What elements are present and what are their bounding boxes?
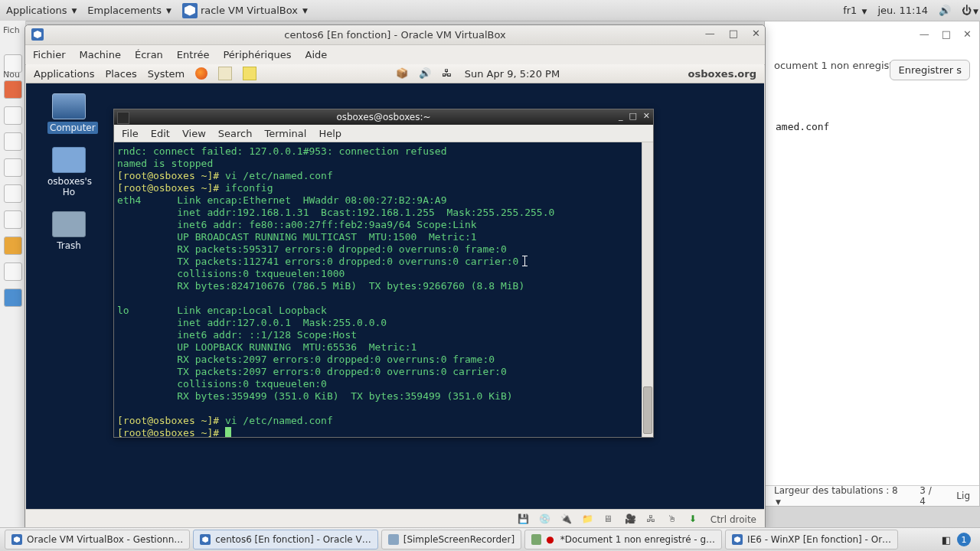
host-panel: Applications▼ Emplacements▼ racle VM Vir… [0, 0, 980, 21]
guest-top-panel: Applications Places System 📦 🔊 🖧 Sun Apr… [26, 64, 764, 83]
gedit-tabwidth[interactable]: Largeur des tabulations : 8 ▼ [774, 485, 903, 507]
term-menu-terminal[interactable]: Terminal [264, 128, 306, 139]
task-ie6-winxp[interactable]: IE6 - WinXP [En fonction] - Or… [725, 530, 898, 549]
shared-folder-icon[interactable]: 📁 [582, 514, 594, 526]
network-icon[interactable]: 🖧 [646, 514, 658, 526]
display-icon[interactable]: 🖥 [603, 514, 616, 526]
volume-icon[interactable]: 🔊 [939, 5, 951, 17]
gedit-nouveau-peek: Nou [3, 70, 20, 80]
firefox-icon[interactable] [195, 67, 207, 80]
terminal-titlebar[interactable]: osboxes@osboxes:~ _ □ ✕ [114, 109, 653, 125]
terminal-output[interactable]: rndc: connect failed: 127.0.0.1#953: con… [114, 142, 642, 437]
hostkey-label: Ctrl droite [710, 514, 756, 525]
update-icon[interactable]: 📦 [396, 67, 408, 80]
gedit-icon [531, 534, 541, 545]
network-icon[interactable]: 🖧 [442, 67, 454, 80]
host-menu-emplacements[interactable]: Emplacements▼ [87, 5, 172, 16]
vm-titlebar[interactable]: centos6 [En fonction] - Oracle VM Virtua… [25, 25, 765, 45]
virtualbox-icon [31, 28, 44, 41]
virtualbox-icon [732, 534, 743, 545]
minimize-icon[interactable]: — [705, 28, 715, 39]
guest-clock[interactable]: Sun Apr 9, 5:20 PM [465, 68, 560, 80]
mail-icon[interactable] [218, 67, 232, 80]
vm-statusbar: 💾 💿 🔌 📁 🖥 🎥 🖧 🖱 ⬇ Ctrl droite [26, 509, 764, 530]
gedit-menu-fichier-peek: Fich [3, 25, 20, 35]
task-gedit[interactable]: ●*Document 1 non enregistré - g… [524, 530, 722, 549]
term-menu-view[interactable]: View [182, 128, 206, 139]
mouse-integration-icon[interactable]: 🖱 [668, 514, 680, 526]
gedit-save-button[interactable]: Enregistrer s [890, 60, 970, 80]
gedit-tab[interactable]: ocument 1 non enregistré [774, 60, 903, 71]
dock-app-7-icon[interactable] [4, 210, 22, 229]
dock-app-4-icon[interactable] [4, 132, 22, 151]
guest-menu-places[interactable]: Places [105, 68, 136, 80]
vm-menu-entree[interactable]: Entrée [177, 49, 210, 60]
dock-app-3-icon[interactable] [4, 106, 22, 125]
notes-icon[interactable] [243, 67, 256, 80]
keyboard-layout[interactable]: fr1 ▼ [843, 5, 867, 16]
term-menu-search[interactable]: Search [218, 128, 253, 139]
dock-app-9-icon[interactable] [4, 262, 22, 281]
hd-icon[interactable]: 💾 [518, 514, 530, 526]
virtualbox-icon [182, 3, 198, 18]
guest-brand: osboxes.org [688, 68, 756, 80]
virtualbox-icon [200, 534, 211, 545]
desktop-home[interactable]: osboxes's Ho [47, 147, 90, 197]
dock-app-10-icon[interactable] [4, 289, 22, 307]
guest-menu-applications[interactable]: Applications [34, 68, 94, 80]
close-icon[interactable]: ✕ [752, 28, 760, 39]
maximize-icon[interactable]: □ [729, 28, 738, 39]
minimize-icon[interactable]: — [920, 28, 929, 40]
vm-menu-fichier[interactable]: Fichier [33, 49, 66, 60]
terminal-scrollbar[interactable] [642, 142, 653, 437]
vm-menu-ecran[interactable]: Écran [135, 49, 163, 60]
maximize-icon[interactable]: □ [942, 28, 951, 40]
gedit-window[interactable]: — □ ✕ ocument 1 non enregistré Enregistr… [764, 21, 980, 507]
host-taskbar: Oracle VM VirtualBox - Gestionn… centos6… [0, 527, 980, 551]
term-menu-edit[interactable]: Edit [151, 128, 170, 139]
gedit-text[interactable]: amed.conf [776, 121, 829, 132]
vm-title-text: centos6 [En fonction] - Oracle VM Virtua… [284, 29, 505, 41]
guest-display[interactable]: Applications Places System 📦 🔊 🖧 Sun Apr… [26, 64, 764, 509]
sound-icon[interactable]: 🔊 [419, 67, 431, 80]
maximize-icon[interactable]: □ [629, 111, 636, 121]
clock[interactable]: jeu. 11:14 [877, 5, 928, 16]
dock-app-2-icon[interactable] [4, 80, 22, 99]
gedit-window-controls: — □ ✕ [920, 28, 972, 40]
cd-icon[interactable]: 💿 [539, 514, 551, 526]
recorder-icon [388, 534, 399, 545]
host-app-virtualbox[interactable]: racle VM VirtualBox▼ [182, 3, 308, 18]
text-cursor-icon [524, 256, 525, 266]
workspace-indicator[interactable]: 1 [957, 533, 971, 546]
host-menu-applications[interactable]: Applications▼ [6, 5, 77, 16]
term-menu-file[interactable]: File [122, 128, 139, 139]
dock-app-8-icon[interactable] [4, 236, 22, 255]
gedit-col: Lig [956, 491, 970, 501]
vm-menubar: Fichier Machine Écran Entrée Périphériqu… [25, 45, 765, 65]
block-cursor-icon [225, 427, 231, 437]
minimize-icon[interactable]: _ [619, 111, 623, 121]
task-centos6[interactable]: centos6 [En fonction] - Oracle V… [193, 530, 377, 549]
tray-icon[interactable]: ◧ [942, 534, 951, 546]
vm-menu-machine[interactable]: Machine [80, 49, 121, 60]
power-icon[interactable]: ⏻▼ [962, 5, 974, 17]
task-screenrecorder[interactable]: [SimpleScreenRecorder] [381, 530, 521, 549]
host-left-dock: Fich Nou [0, 21, 26, 528]
terminal-window[interactable]: osboxes@osboxes:~ _ □ ✕ File Edit View S… [113, 109, 654, 438]
close-icon[interactable]: ✕ [963, 28, 972, 40]
video-capture-icon[interactable]: 🎥 [625, 514, 637, 526]
term-menu-help[interactable]: Help [318, 128, 341, 139]
close-icon[interactable]: ✕ [643, 111, 650, 121]
desktop-trash[interactable]: Trash [47, 211, 90, 251]
task-vbox-manager[interactable]: Oracle VM VirtualBox - Gestionn… [5, 530, 190, 549]
dock-app-5-icon[interactable] [4, 158, 22, 177]
dock-app-6-icon[interactable] [4, 184, 22, 203]
scrollbar-thumb[interactable] [643, 386, 652, 434]
host-tray: ◧ 1 [942, 533, 975, 546]
desktop-computer[interactable]: Computer [47, 93, 90, 133]
guest-menu-system[interactable]: System [148, 68, 185, 80]
vm-menu-peripheriques[interactable]: Périphériques [223, 49, 291, 60]
virtualbox-vm-window[interactable]: centos6 [En fonction] - Oracle VM Virtua… [24, 24, 766, 531]
usb-icon[interactable]: 🔌 [560, 514, 573, 526]
vm-menu-aide[interactable]: Aide [305, 49, 328, 60]
